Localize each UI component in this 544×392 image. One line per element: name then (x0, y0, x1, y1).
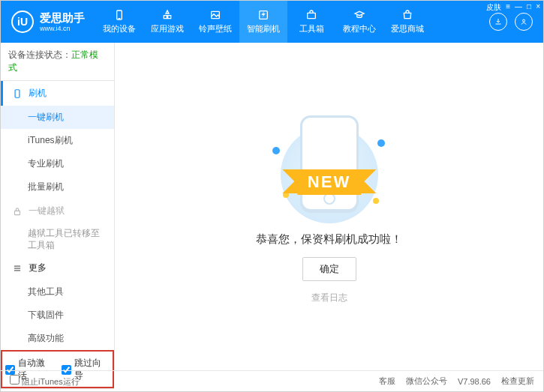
sidebar-head-jailbreak: 一键越狱 (1, 199, 114, 223)
success-illustration: NEW (269, 109, 389, 222)
sidebar-item-itunes-flash[interactable]: iTunes刷机 (1, 129, 114, 152)
svg-rect-7 (15, 211, 20, 214)
sidebar-jailbreak-note: 越狱工具已转移至工具箱 (1, 223, 114, 256)
sidebar-item-other-tools[interactable]: 其他工具 (1, 280, 114, 304)
success-message: 恭喜您，保资料刷机成功啦！ (256, 232, 402, 247)
sidebar-head-more[interactable]: 更多 (1, 256, 114, 280)
lock-icon (12, 206, 23, 217)
svg-point-5 (523, 19, 525, 22)
confirm-button[interactable]: 确定 (302, 257, 356, 281)
sidebar-item-pro-flash[interactable]: 专业刷机 (1, 152, 114, 175)
app-logo-icon: iU (11, 10, 34, 33)
sidebar-item-oneclick-flash[interactable]: 一键刷机 (1, 106, 114, 129)
list-icon (12, 263, 23, 274)
flash-icon (257, 9, 270, 21)
connection-status: 设备连接状态：正常模式 (1, 43, 114, 81)
app-window: 皮肤 ≡ — □ × iU 爱思助手 www.i4.cn 我的设备 应用游戏 铃… (0, 0, 544, 392)
apps-icon (161, 9, 174, 21)
sidebar-item-batch-flash[interactable]: 批量刷机 (1, 175, 114, 199)
brand: iU 爱思助手 www.i4.cn (1, 1, 95, 43)
checkbox-block-itunes[interactable]: 阻止iTunes运行 (10, 375, 80, 388)
phone-icon (12, 88, 23, 99)
footer-support[interactable]: 客服 (379, 376, 395, 387)
tab-toolbox[interactable]: 工具箱 (287, 1, 335, 43)
wallpaper-icon (209, 9, 222, 21)
sidebar-item-download-firmware[interactable]: 下载固件 (1, 304, 114, 327)
statusbar-footer: 阻止iTunes运行 客服 微信公众号 V7.98.66 检查更新 (1, 370, 543, 391)
tab-store[interactable]: 爱思商城 (383, 1, 431, 43)
skin-button[interactable]: 皮肤 (486, 2, 501, 13)
tab-tutorials[interactable]: 教程中心 (335, 1, 383, 43)
sidebar-item-advanced[interactable]: 高级功能 (1, 327, 114, 350)
svg-rect-4 (308, 13, 316, 18)
download-icon[interactable] (489, 13, 507, 31)
footer-check-update[interactable]: 检查更新 (501, 376, 534, 387)
user-icon[interactable] (515, 13, 533, 31)
store-icon (401, 9, 414, 21)
main-content: NEW 恭喜您，保资料刷机成功啦！ 确定 查看日志 (115, 43, 543, 370)
tab-smart-flash[interactable]: 智能刷机 (239, 1, 287, 43)
app-title: 爱思助手 (40, 11, 85, 25)
new-ribbon: NEW (297, 169, 361, 195)
footer-wechat[interactable]: 微信公众号 (406, 376, 447, 387)
window-controls: 皮肤 ≡ — □ × (486, 2, 540, 13)
maximize-button[interactable]: □ (527, 2, 531, 13)
toolbox-icon (305, 9, 318, 21)
app-subtitle: www.i4.cn (40, 25, 85, 33)
sidebar-head-flash[interactable]: 刷机 (1, 81, 114, 106)
view-log-link[interactable]: 查看日志 (311, 292, 347, 304)
titlebar: 皮肤 ≡ — □ × iU 爱思助手 www.i4.cn 我的设备 应用游戏 铃… (1, 1, 543, 43)
phone-icon (113, 9, 126, 21)
sidebar: 设备连接状态：正常模式 刷机 一键刷机 iTunes刷机 专业刷机 批量刷机 一… (1, 43, 115, 370)
nav-tabs: 我的设备 应用游戏 铃声壁纸 智能刷机 工具箱 教程中心 爱思商城 (95, 1, 489, 43)
graduation-icon (353, 9, 366, 21)
close-button[interactable]: × (536, 2, 540, 13)
minimize-button[interactable]: — (515, 2, 522, 13)
footer-version: V7.98.66 (458, 377, 491, 386)
tab-ringtone-wallpaper[interactable]: 铃声壁纸 (191, 1, 239, 43)
menu-button[interactable]: ≡ (506, 2, 510, 13)
tab-my-device[interactable]: 我的设备 (95, 1, 143, 43)
tab-apps-games[interactable]: 应用游戏 (143, 1, 191, 43)
svg-rect-6 (15, 89, 20, 97)
